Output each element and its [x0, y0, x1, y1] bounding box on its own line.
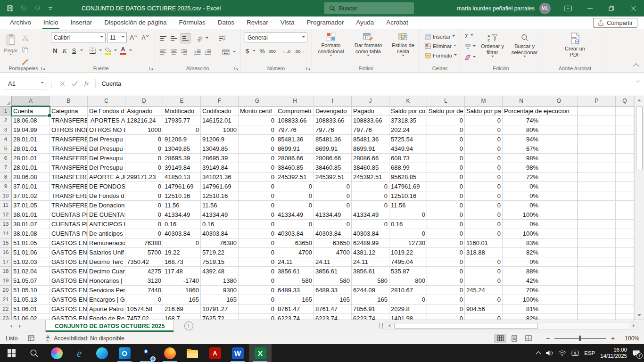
cell-A3[interactable]: 19.04.99 [12, 125, 50, 135]
row-header-18[interactable]: 18 [0, 267, 12, 276]
cell-E15[interactable]: 0 [163, 239, 201, 248]
insert-cells-button[interactable]: Insertar [423, 32, 460, 41]
cell-L18[interactable]: 0 [427, 267, 465, 276]
cell-B11[interactable]: TRANSFEREN [50, 201, 88, 210]
cell-E23[interactable]: 168.7 [163, 314, 201, 320]
tab-programador[interactable]: Programador [301, 16, 350, 29]
font-color-dropdown-arrow[interactable] [129, 49, 132, 52]
cell-M2[interactable]: 0 [465, 116, 503, 125]
cell-E1[interactable]: Modificado [163, 107, 201, 116]
cell-K19[interactable]: 800 [389, 276, 427, 286]
cell-E19[interactable]: -1740 [163, 276, 201, 286]
cell-G17[interactable]: 0 [239, 257, 276, 267]
cell-L5[interactable]: 0 [427, 144, 465, 154]
row-header-10[interactable]: 10 [0, 191, 12, 201]
cell-C8[interactable]: APORTE A JU [88, 173, 125, 182]
cell-M4[interactable]: 0 [465, 135, 503, 144]
cell-L3[interactable]: 0 [427, 125, 465, 135]
cell-O8[interactable] [540, 173, 578, 182]
cell-B8[interactable]: TRANSFEREN [50, 173, 88, 182]
enter-icon[interactable] [72, 81, 78, 86]
cell-I10[interactable]: 0 [314, 191, 352, 201]
cell-I2[interactable]: 108833.66 [314, 116, 352, 125]
cell-N18[interactable]: 88% [503, 267, 540, 276]
tab-datos[interactable]: Datos [212, 16, 240, 29]
cell-Q4[interactable] [616, 135, 634, 144]
cell-E5[interactable]: 13049.85 [163, 144, 201, 154]
volume-icon[interactable] [545, 350, 553, 356]
cell-I8[interactable]: 245392.51 [314, 173, 352, 182]
cell-E10[interactable]: 12510.16 [163, 191, 201, 201]
cell-P9[interactable] [578, 182, 616, 191]
minimize-button[interactable] [579, 0, 601, 16]
cell-D19[interactable]: 3120 [125, 276, 163, 286]
borders-dropdown-arrow[interactable] [99, 49, 102, 52]
new-sheet-button[interactable] [184, 321, 193, 330]
cell-O16[interactable] [540, 248, 578, 257]
zoom-slider[interactable] [554, 338, 606, 339]
cell-H1[interactable]: Comprometi [276, 107, 314, 116]
align-top-button[interactable] [160, 33, 167, 43]
cell-F3[interactable]: 1000 [201, 125, 239, 135]
cell-H13[interactable]: 0 [276, 220, 314, 229]
cell-N20[interactable]: 70% [503, 286, 540, 295]
cell-E9[interactable]: 147961.69 [163, 182, 201, 191]
format-cells-button[interactable]: Formato [423, 51, 460, 60]
row-header-4[interactable]: 4 [0, 135, 12, 144]
cell-L20[interactable]: 0 [427, 286, 465, 295]
cell-B18[interactable]: GASTOS EN F [50, 267, 88, 276]
cell-G10[interactable]: 0 [239, 191, 276, 201]
select-all-corner[interactable] [0, 96, 12, 107]
cell-B21[interactable]: GASTOS EN F [50, 295, 88, 304]
chrome-taskbar-button[interactable] [136, 344, 158, 362]
cell-F17[interactable]: 7519.15 [201, 257, 239, 267]
cell-M11[interactable]: 0 [465, 201, 503, 210]
cell-E4[interactable]: 91206.9 [163, 135, 201, 144]
cell-C20[interactable]: Servicios Per [88, 286, 125, 295]
increase-decimal-button[interactable]: ←.0 [282, 46, 290, 56]
cell-H7[interactable]: 38460.85 [276, 163, 314, 173]
cell-C16[interactable]: Salarios Unif [88, 248, 125, 257]
cell-P11[interactable] [578, 201, 616, 210]
cell-B23[interactable]: GASTOS EN F [50, 314, 88, 320]
column-header-P[interactable]: P [578, 96, 616, 107]
cell-M18[interactable]: 0 [465, 267, 503, 276]
cell-A15[interactable]: 51.01.05 [12, 239, 50, 248]
cell-P3[interactable] [578, 125, 616, 135]
cell-H22[interactable]: 8761.47 [276, 304, 314, 314]
user-name[interactable]: maria lourdes peñafiel parrales [457, 5, 535, 12]
cell-N22[interactable]: 81% [503, 304, 540, 314]
cell-H5[interactable]: 8699.91 [276, 144, 314, 154]
file-explorer-taskbar-button[interactable] [181, 344, 204, 362]
cell-K1[interactable]: Saldo por co [389, 107, 427, 116]
row-header-14[interactable]: 14 [0, 229, 12, 239]
cell-J22[interactable]: 7856.91 [352, 304, 389, 314]
cell-J12[interactable]: 41334.49 [352, 210, 389, 220]
cell-O7[interactable] [540, 163, 578, 173]
cell-F16[interactable]: 5719.22 [201, 248, 239, 257]
column-header-A[interactable]: A [12, 96, 50, 107]
cell-J2[interactable]: 108833.66 [352, 116, 389, 125]
cell-A20[interactable]: 51.05.10 [12, 286, 50, 295]
cell-G19[interactable]: 0 [239, 276, 276, 286]
scroll-left-button[interactable] [386, 322, 393, 329]
cell-D22[interactable]: 10574.58 [125, 304, 163, 314]
underline-button[interactable]: S [71, 46, 77, 56]
row-header-9[interactable]: 9 [0, 182, 12, 191]
cell-I17[interactable]: 24.11 [314, 257, 352, 267]
cell-C12[interactable]: DE CUENTAS [88, 210, 125, 220]
cell-P4[interactable] [578, 135, 616, 144]
cell-Q6[interactable] [616, 154, 634, 163]
cell-A16[interactable]: 51.01.06 [12, 248, 50, 257]
normal-view-button[interactable] [494, 334, 506, 343]
cell-J21[interactable]: 165 [352, 295, 389, 304]
cell-B13[interactable]: CUENTAS PE [50, 220, 88, 229]
font-color-button[interactable]: A [120, 46, 126, 56]
cell-H10[interactable]: 0 [276, 191, 314, 201]
cell-L16[interactable]: 0 [427, 248, 465, 257]
cell-E12[interactable]: 41334.49 [163, 210, 201, 220]
cell-C17[interactable]: Decimo Terc [88, 257, 125, 267]
column-header-Q[interactable]: Q [616, 96, 634, 107]
cell-M7[interactable]: 0 [465, 163, 503, 173]
cell-E13[interactable]: 0.16 [163, 220, 201, 229]
